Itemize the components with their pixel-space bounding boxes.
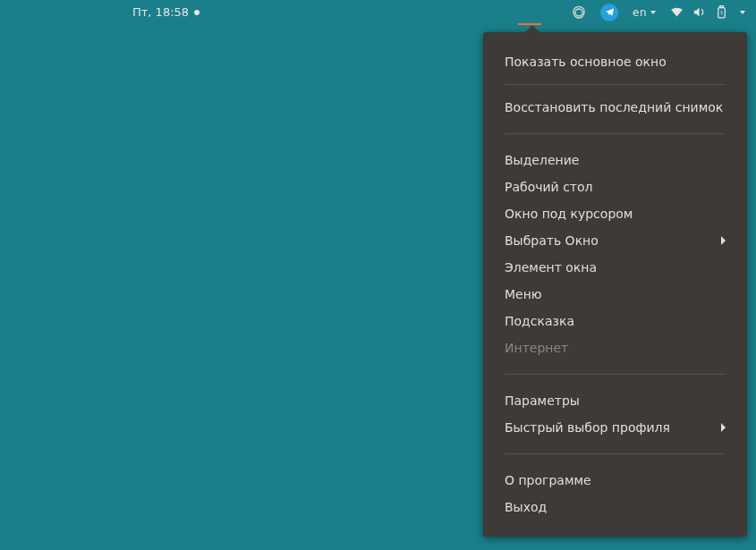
menu-item-restore-last-snapshot[interactable]: Восстановить последний снимок xyxy=(483,94,747,121)
menu-label: Выбрать Окно xyxy=(505,233,599,248)
menu-label: Быстрый выбор профиля xyxy=(505,420,670,435)
menu-item-quick-profile-select[interactable]: Быстрый выбор профиля xyxy=(483,414,747,441)
menu-label: Меню xyxy=(505,287,542,301)
menu-item-internet: Интернет xyxy=(483,334,747,361)
clock-area[interactable]: Пт, 18:58 xyxy=(132,5,200,19)
dropdown-arrow-icon xyxy=(740,11,745,14)
menu-item-preferences[interactable]: Параметры xyxy=(483,387,747,414)
menu-label: Выделение xyxy=(505,153,579,167)
menu-separator xyxy=(505,84,726,85)
menu-label: Интернет xyxy=(505,341,568,355)
shutter-tray-menu: Показать основное окно Восстановить посл… xyxy=(483,32,747,537)
menu-item-window-under-cursor[interactable]: Окно под курсором xyxy=(483,200,747,227)
menu-separator xyxy=(505,453,726,454)
menu-label: Элемент окна xyxy=(505,260,597,275)
battery-icon xyxy=(715,5,728,19)
menu-item-window-element[interactable]: Элемент окна xyxy=(483,254,747,281)
system-status-area[interactable] xyxy=(670,5,745,19)
keyboard-layout-indicator[interactable]: en xyxy=(633,6,656,19)
menu-item-desktop[interactable]: Рабочий стол xyxy=(483,173,747,200)
menu-item-menu[interactable]: Меню xyxy=(483,281,747,308)
top-panel: Пт, 18:58 en xyxy=(0,0,756,24)
shutter-tray-icon[interactable] xyxy=(572,5,586,20)
svg-rect-1 xyxy=(720,6,724,8)
menu-item-selection[interactable]: Выделение xyxy=(483,147,747,173)
dropdown-arrow-icon xyxy=(650,11,656,14)
telegram-tray-icon[interactable] xyxy=(600,4,618,21)
menu-label: О программе xyxy=(505,473,591,487)
menu-item-tooltip[interactable]: Подсказка xyxy=(483,308,747,334)
submenu-arrow-icon xyxy=(721,236,726,245)
menu-label: Выход xyxy=(505,500,547,514)
volume-icon xyxy=(692,5,706,19)
menu-separator xyxy=(505,374,726,375)
menu-item-select-window[interactable]: Выбрать Окно xyxy=(483,227,747,254)
lang-label: en xyxy=(633,6,647,19)
notification-dot-icon xyxy=(194,10,200,15)
submenu-arrow-icon xyxy=(721,423,726,432)
wifi-icon xyxy=(670,5,684,19)
menu-label: Показать основное окно xyxy=(505,55,667,69)
menu-label: Подсказка xyxy=(505,314,574,328)
menu-label: Восстановить последний снимок xyxy=(505,100,723,114)
menu-label: Рабочий стол xyxy=(505,180,593,194)
menu-label: Окно под курсором xyxy=(505,207,633,221)
menu-item-about[interactable]: О программе xyxy=(483,467,747,494)
clock-text: Пт, 18:58 xyxy=(132,5,189,19)
menu-separator xyxy=(505,133,726,134)
menu-item-show-main-window[interactable]: Показать основное окно xyxy=(483,48,747,75)
menu-label: Параметры xyxy=(505,393,580,408)
system-tray: en xyxy=(572,4,745,21)
menu-item-quit[interactable]: Выход xyxy=(483,494,747,520)
